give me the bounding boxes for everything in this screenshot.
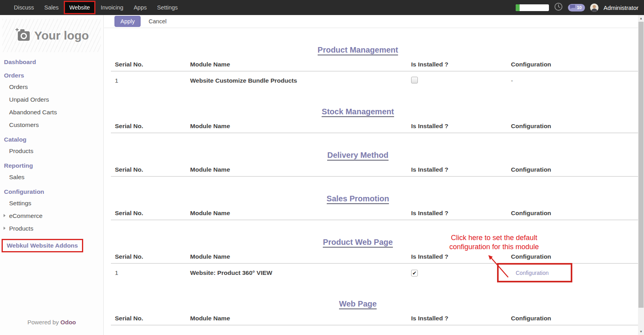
column-header-module-name: Module Name — [186, 210, 407, 217]
column-header-configuration: Configuration — [507, 61, 638, 68]
column-header-serial-no: Serial No. — [111, 210, 186, 217]
camera-icon — [15, 27, 30, 44]
sidebar-item-sales[interactable]: Sales — [0, 171, 103, 184]
powered-by: Powered by Odoo — [0, 319, 103, 326]
menu-item-settings[interactable]: Settings — [152, 1, 183, 14]
sidebar-menu: DashboardOrdersOrdersUnpaid OrdersAbando… — [0, 54, 103, 252]
odoo-link[interactable]: Odoo — [61, 319, 76, 326]
table-header: Serial No.Module NameIs Installed ?Confi… — [111, 166, 638, 177]
column-header-serial-no: Serial No. — [111, 253, 186, 260]
menu-item-website[interactable]: Website — [64, 1, 95, 14]
section-product-management: Product ManagementSerial No.Module NameI… — [111, 28, 638, 90]
sidebar-item-abandoned-carts[interactable]: Abandoned Carts — [0, 106, 103, 119]
table-header: Serial No.Module NameIs Installed ?Confi… — [111, 61, 638, 72]
messages-button[interactable]: 10 — [568, 4, 585, 11]
section-title-text: Product Web Page — [323, 238, 392, 248]
app-menu: DiscussSalesWebsiteInvoicingAppsSettings — [9, 0, 183, 15]
menu-item-sales[interactable]: Sales — [39, 1, 64, 14]
logo[interactable]: Your logo — [2, 19, 101, 52]
column-header-serial-no: Serial No. — [111, 166, 186, 173]
cancel-button[interactable]: Cancel — [145, 16, 170, 26]
section-web-page: Web PageSerial No.Module NameIs Installe… — [111, 282, 638, 326]
sidebar-heading-reporting: Reporting — [0, 157, 103, 171]
avatar[interactable] — [590, 4, 598, 12]
configuration-link[interactable]: Configuration — [516, 270, 549, 276]
column-header-serial-no: Serial No. — [111, 123, 186, 130]
table-header: Serial No.Module NameIs Installed ?Confi… — [111, 123, 638, 133]
section-title-text: Web Page — [339, 299, 377, 309]
sidebar-heading-orders: Orders — [0, 67, 103, 81]
top-menubar: DiscussSalesWebsiteInvoicingAppsSettings… — [0, 0, 644, 15]
sidebar-item-products[interactable]: Products — [0, 145, 103, 157]
sidebar-item-ecommerce[interactable]: eCommerce — [0, 210, 103, 222]
scroll-down-arrow[interactable]: ▼ — [638, 328, 644, 335]
column-header-is-installed: Is Installed ? — [407, 315, 507, 322]
sidebar-heading-webkul-website-addons[interactable]: Webkul Website Addons — [2, 239, 83, 252]
menu-item-apps[interactable]: Apps — [128, 1, 152, 14]
installed-checkbox[interactable] — [411, 270, 418, 276]
column-header-module-name: Module Name — [186, 166, 407, 173]
column-header-configuration: Configuration — [507, 253, 638, 260]
column-header-module-name: Module Name — [186, 253, 407, 260]
installed-cell — [407, 77, 507, 85]
table-header: Serial No.Module NameIs Installed ?Confi… — [111, 210, 638, 220]
sidebar-item-unpaid-orders[interactable]: Unpaid Orders — [0, 93, 103, 106]
sidebar: Your logo DashboardOrdersOrdersUnpaid Or… — [0, 15, 104, 335]
column-header-configuration: Configuration — [507, 315, 638, 322]
serial-cell: 1 — [111, 77, 186, 84]
powered-by-label: Powered by — [27, 319, 59, 326]
menu-item-discuss[interactable]: Discuss — [9, 1, 39, 14]
column-header-is-installed: Is Installed ? — [407, 61, 507, 68]
section-title: Stock Management — [111, 107, 605, 116]
scrollbar-thumb[interactable] — [638, 22, 644, 308]
username[interactable]: Administrator — [604, 4, 638, 11]
serial-cell: 1 — [111, 269, 186, 276]
expand-arrow-icon — [4, 227, 6, 230]
sidebar-heading-catalog: Catalog — [0, 131, 103, 145]
section-title: Product Management — [111, 45, 605, 55]
sidebar-item-settings[interactable]: Settings — [0, 197, 103, 210]
section-sales-promotion: Sales PromotionSerial No.Module NameIs I… — [111, 177, 638, 220]
installed-checkbox[interactable] — [411, 77, 418, 83]
column-header-module-name: Module Name — [186, 61, 407, 68]
table-row: 1Website Customize Bundle Products- — [111, 72, 638, 90]
section-title-text: Sales Promotion — [327, 194, 389, 204]
section-title-text: Delivery Method — [327, 151, 388, 161]
configuration-cell: - — [507, 77, 638, 84]
annotation-text: Click here to set the defaultconfigurati… — [426, 233, 562, 252]
table-header: Serial No.Module NameIs Installed ?Confi… — [111, 253, 638, 264]
vertical-scrollbar[interactable]: ▲ ▼ — [638, 15, 644, 335]
sidebar-item-products[interactable]: Products — [0, 222, 103, 235]
messages-count: 10 — [577, 5, 581, 10]
column-header-module-name: Module Name — [186, 315, 407, 322]
statusbar: Apply Cancel — [104, 15, 638, 28]
column-header-serial-no: Serial No. — [111, 315, 186, 322]
sidebar-item-customers[interactable]: Customers — [0, 119, 103, 131]
main-content: Apply Cancel Product ManagementSerial No… — [104, 15, 638, 335]
configuration-empty: - — [511, 77, 513, 84]
table-header: Serial No.Module NameIs Installed ?Confi… — [111, 315, 638, 326]
module-sections: Product ManagementSerial No.Module NameI… — [104, 28, 638, 326]
column-header-configuration: Configuration — [507, 210, 638, 217]
configuration-cell: Configuration — [507, 269, 638, 276]
module-name-cell: Website Customize Bundle Products — [186, 77, 407, 84]
menu-item-invoicing[interactable]: Invoicing — [95, 1, 128, 14]
configuration-link-wrap: Configuration — [516, 269, 549, 276]
column-header-serial-no: Serial No. — [111, 61, 186, 68]
progress-fill — [516, 4, 520, 11]
column-header-module-name: Module Name — [186, 123, 407, 130]
section-title: Delivery Method — [111, 151, 605, 160]
module-name-cell: Website: Product 360° VIEW — [186, 269, 407, 276]
scroll-up-arrow[interactable]: ▲ — [638, 15, 644, 22]
column-header-configuration: Configuration — [507, 166, 638, 173]
sidebar-heading-dashboard: Dashboard — [0, 54, 103, 67]
clock-icon[interactable] — [554, 2, 563, 13]
apply-button[interactable]: Apply — [114, 16, 141, 27]
progress-widget[interactable] — [516, 4, 549, 11]
annotation-arrow — [485, 254, 513, 279]
column-header-is-installed: Is Installed ? — [407, 123, 507, 130]
sidebar-item-orders[interactable]: Orders — [0, 81, 103, 93]
sidebar-heading-configuration: Configuration — [0, 184, 103, 197]
section-stock-management: Stock ManagementSerial No.Module NameIs … — [111, 90, 638, 133]
section-product-web-page: Product Web PageClick here to set the de… — [111, 220, 638, 282]
